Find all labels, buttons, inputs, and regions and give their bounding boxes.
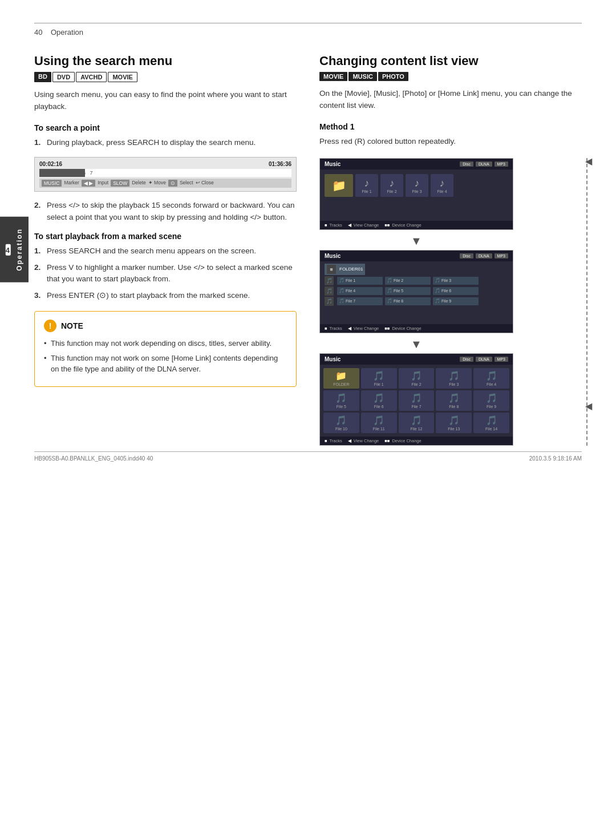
marked-step-3: 3. Press ENTER (⊙) to start playback fro…	[34, 290, 297, 302]
ss3-btn-mp3: MP3	[495, 357, 508, 362]
ss3-file5: 🎵File 5	[323, 390, 359, 411]
ss2-row-1: 🎵 🎵File 1 🎵File 2 🎵File 3	[325, 276, 479, 285]
ss3-file6: 🎵File 6	[361, 390, 397, 411]
badge-bd: BD	[34, 72, 51, 82]
note-bullets: This function may not work depending on …	[44, 338, 287, 375]
marked-step-1: 1. Press SEARCH and the search menu appe…	[34, 245, 297, 257]
search-step-2: 2. Press </> to skip the playback 15 sec…	[34, 200, 297, 224]
note-header: ! NOTE	[44, 320, 287, 332]
screenshot-1: Music Disc DLNA MP3 📁 ♪File 1 ♪File 2 ♪F…	[319, 158, 513, 230]
search-steps-list: 1. During playback, press SEARCH to disp…	[34, 137, 297, 149]
ss3-file8: 🎵File 8	[436, 390, 472, 411]
arrow-down-2: ▼	[319, 338, 513, 351]
ss3-title: Music	[325, 356, 341, 362]
ss2-btn-mp3: MP3	[495, 253, 508, 259]
ss3-file11: 🎵File 11	[361, 413, 397, 433]
marked-scene-steps: 1. Press SEARCH and the search menu appe…	[34, 245, 297, 302]
ss2-controls: Disc DLNA MP3	[460, 253, 508, 259]
search-step-1: 1. During playback, press SEARCH to disp…	[34, 137, 297, 149]
ss3-file2: 🎵File 2	[399, 368, 435, 389]
ss1-file3: ♪File 3	[406, 174, 428, 197]
ss2-content: ■ FOLDER01 🎵 🎵File 1 🎵File 2 🎵File 3	[320, 261, 513, 324]
marked-step-2: 2. Press V to highlight a marker number.…	[34, 262, 297, 286]
left-column: Using the search menu BD DVD AVCHD MOVIE…	[34, 54, 297, 450]
right-badge-row: MOVIE MUSIC PHOTO	[319, 72, 582, 81]
badge-movie-right: MOVIE	[319, 72, 347, 81]
ss3-file13: 🎵File 13	[436, 413, 472, 433]
method1-text: Press red (R) colored button repeatedly.	[319, 136, 582, 148]
search-time-bar: 00:02:16 01:36:36	[39, 161, 291, 167]
page-number: 40	[34, 28, 42, 37]
method1-heading: Method 1	[319, 122, 582, 131]
ss1-file1: ♪File 1	[355, 174, 378, 197]
ss3-footer: ■ Tracks ◀ View Change ■■ Device Change	[320, 437, 513, 445]
page-header: 40 Operation	[34, 28, 582, 37]
footer-left: HB905SB-A0.BPANLLK_ENG_0405.indd40 40	[34, 455, 153, 462]
ss3-content: 📁FOLDER 🎵File 1 🎵File 2 🎵File 3 🎵File 4 …	[320, 365, 513, 437]
ss1-file2: ♪File 2	[380, 174, 403, 197]
left-intro: Using search menu, you can easy to find …	[34, 89, 297, 113]
ss1-content: 📁 ♪File 1 ♪File 2 ♪File 3 ♪File 4	[320, 169, 513, 221]
sub-heading-1: To search a point	[34, 123, 297, 132]
ss1-folder: 📁	[325, 174, 353, 197]
ss3-header: Music Disc DLNA MP3	[320, 354, 513, 365]
ss1-file4: ♪File 4	[431, 174, 453, 197]
ss1-header: Music Disc DLNA MP3	[320, 159, 513, 169]
right-section-title: Changing content list view	[319, 54, 582, 68]
note-icon: !	[44, 320, 56, 332]
note-box: ! NOTE This function may not work depend…	[34, 311, 297, 387]
search-controls: MUSIC Marker ◀ ▶ Input SLOW Delete ✦ Mov…	[39, 179, 291, 188]
search-progress: ▶ 1 2 3 4·5 6 7	[39, 169, 291, 177]
note-title: NOTE	[61, 321, 83, 330]
ss3-file4: 🎵File 4	[473, 368, 509, 389]
note-bullet-2: This function may not work on some [Home…	[44, 353, 287, 375]
sub-heading-2: To start playback from a marked scene	[34, 232, 297, 241]
ss2-row-2: 🎵 🎵File 4 🎵File 5 🎵File 6	[325, 286, 479, 296]
search-step2-list: 2. Press </> to skip the playback 15 sec…	[34, 200, 297, 224]
ss2-row-3: 🎵 🎵File 7 🎵File 8 🎵File 9	[325, 297, 479, 306]
badge-photo: PHOTO	[378, 72, 408, 81]
right-intro: On the [Movie], [Music], [Photo] or [Hom…	[319, 88, 582, 112]
ss3-btn-disc: Disc	[460, 357, 473, 362]
screenshot-2: Music Disc DLNA MP3 ■ FOLDER01	[319, 250, 513, 333]
ss1-controls: Disc DLNA MP3	[460, 161, 508, 167]
note-bullet-1: This function may not work depending on …	[44, 338, 287, 349]
ss2-btn-dlna: DLNA	[476, 253, 492, 259]
ss3-file10: 🎵File 10	[323, 413, 359, 433]
ss3-btn-dlna: DLNA	[476, 357, 492, 362]
footer-right: 2010.3.5 9:18:16 AM	[529, 455, 582, 462]
top-rule	[34, 23, 582, 23]
ss1-btn-disc: Disc	[460, 161, 473, 167]
left-section-title: Using the search menu	[34, 54, 297, 68]
ss3-controls: Disc DLNA MP3	[460, 357, 508, 362]
ss3-file1: 🎵File 1	[361, 368, 397, 389]
page-footer: HB905SB-A0.BPANLLK_ENG_0405.indd40 40 20…	[34, 451, 582, 462]
search-menu-mockup: 00:02:16 01:36:36 ▶ 1 2 3 4·5 6 7 MUSIC …	[34, 157, 297, 192]
ss2-row-0: ■ FOLDER01	[325, 264, 365, 275]
ss1-btn-dlna: DLNA	[476, 161, 492, 167]
ss3-folder: 📁FOLDER	[323, 368, 359, 389]
time-left: 00:02:16	[39, 161, 62, 167]
ss1-btn-mp3: MP3	[495, 161, 508, 167]
ss2-btn-disc: Disc	[460, 253, 473, 259]
ss3-file9: 🎵File 9	[473, 390, 509, 411]
screenshot-3: Music Disc DLNA MP3 📁FOLDER 🎵File 1 🎵Fil…	[319, 353, 513, 446]
ss2-title: Music	[325, 253, 341, 259]
left-badge-row: BD DVD AVCHD MOVIE	[34, 72, 297, 82]
screenshots-wrapper: ◀ ◀ Music Disc DLNA MP3 📁 ♪File 1	[319, 158, 582, 446]
badge-dvd: DVD	[52, 72, 75, 82]
ss1-footer: ■ Tracks ◀ View Change ■■ Device Change	[320, 221, 513, 229]
badge-movie: MOVIE	[108, 72, 137, 82]
section-name: Operation	[51, 28, 83, 37]
right-arrow-top: ◀	[585, 156, 592, 167]
ss2-footer: ■ Tracks ◀ View Change ■■ Device Change	[320, 324, 513, 333]
progress-markers: ▶ 1 2 3 4·5 6 7	[42, 170, 93, 176]
ss3-file7: 🎵File 7	[399, 390, 435, 411]
ss3-file14: 🎵File 14	[473, 413, 509, 433]
ss1-title: Music	[325, 161, 341, 167]
ss3-file3: 🎵File 3	[436, 368, 472, 389]
right-arrow-bottom: ◀	[585, 401, 592, 411]
right-column: Changing content list view MOVIE MUSIC P…	[319, 54, 582, 450]
badge-avchd: AVCHD	[76, 72, 107, 82]
time-right: 01:36:36	[269, 161, 291, 167]
